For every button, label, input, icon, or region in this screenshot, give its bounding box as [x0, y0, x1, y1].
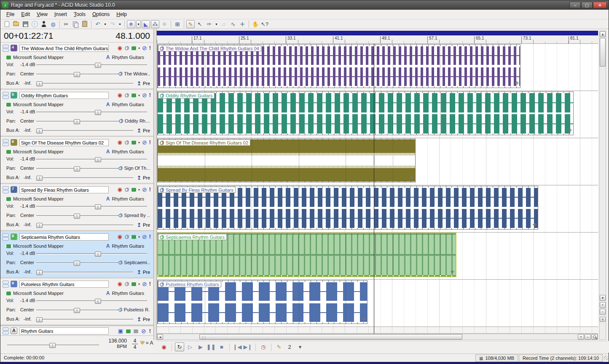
horizontal-scrollbar[interactable]: ◂ + −	[157, 334, 598, 340]
track-minimize-buttons[interactable]	[3, 186, 9, 193]
pan-thumb[interactable]	[74, 308, 80, 313]
panel-splitter[interactable]	[153, 29, 157, 340]
track-minimize-buttons[interactable]	[3, 281, 9, 288]
group-name[interactable]: Rhythm Guitars	[112, 102, 144, 107]
bus-send-slider[interactable]	[36, 83, 133, 84]
event-label-tag[interactable]: Septicaemia Rhythm Guitars	[158, 234, 227, 240]
pan-thumb[interactable]	[74, 119, 80, 124]
vscroll-up-arrow[interactable]: ▴	[600, 31, 606, 37]
track-header[interactable]: 9 Pulseless Rhythm Guitars ◉ ▾ ⊘ ! Micro…	[0, 278, 153, 326]
pan-slider[interactable]	[36, 310, 119, 311]
track-minimize-buttons[interactable]	[3, 45, 9, 52]
track-fx-icon[interactable]	[124, 187, 129, 192]
bus-value[interactable]: -Inf.	[24, 269, 32, 274]
menu-tools[interactable]: Tools	[70, 10, 89, 19]
group-name[interactable]: Rhythm Guitars	[112, 149, 144, 154]
event-label-tag[interactable]: The Widow And The Child Rhythm Guitars 0…	[158, 45, 261, 51]
track-color-icon[interactable]: 6	[11, 139, 17, 146]
track-name-field[interactable]: Spread By Fleas Rhythm Guitars	[19, 186, 109, 193]
vertical-scrollbar[interactable]: ▴ ▾ + − ≡	[599, 31, 606, 340]
track-color-icon[interactable]: 9	[11, 281, 17, 287]
track-fx-icon[interactable]	[124, 93, 129, 98]
pre-fader-icon[interactable]: ↥	[137, 175, 141, 181]
track-name-field[interactable]: Septicaemia Rhythm Guitars	[19, 233, 109, 241]
bus-send-thumb[interactable]	[36, 270, 43, 275]
vol-value[interactable]: -1.4 dB	[20, 62, 35, 67]
bus-send-slider[interactable]	[36, 177, 133, 179]
bus-send-slider[interactable]	[36, 130, 133, 131]
fit-tracks-button[interactable]: ≡	[600, 317, 606, 322]
volume-slider[interactable]	[36, 206, 147, 207]
track-minimize-buttons[interactable]	[3, 233, 9, 241]
marker-dropdown[interactable]: ▾	[295, 343, 305, 351]
group-name[interactable]: Rhythm Guitars	[112, 55, 144, 60]
zoom-in-track-height-button[interactable]: +	[600, 302, 606, 308]
pan-value[interactable]: Center	[20, 166, 34, 171]
metronome-button[interactable]: ◷	[259, 343, 268, 351]
selection-tool-button[interactable]: ↖	[196, 20, 204, 28]
bus-value[interactable]: -Inf.	[24, 222, 32, 227]
paint-tool-dropdown[interactable]: ▾	[214, 20, 219, 28]
track-name-field[interactable]: The Widow And The Child Rhythm Guitars 0…	[19, 45, 109, 52]
bus-send-slider[interactable]	[36, 225, 133, 226]
bus-mute-button[interactable]: ⊘	[141, 328, 146, 335]
bus-value[interactable]: -Inf.	[24, 128, 32, 133]
hscroll-left-arrow[interactable]: ◂	[157, 334, 163, 340]
volume-slider[interactable]	[36, 112, 147, 113]
solo-button[interactable]: !	[149, 139, 151, 146]
event-label-tag[interactable]: Oddity Rhythm Guitars	[158, 92, 215, 99]
menu-help[interactable]: Help	[113, 10, 130, 19]
render-button[interactable]: ◍	[49, 20, 57, 28]
track-device-button[interactable]	[131, 282, 136, 286]
track-device-dropdown[interactable]: ▾	[138, 141, 140, 145]
record-arm-button[interactable]: ◉	[118, 45, 122, 51]
pan-thumb[interactable]	[74, 214, 80, 219]
track-header[interactable]: 7 Spread By Fleas Rhythm Guitars ◉ ▾ ⊘ !…	[0, 184, 153, 231]
pre-fader-icon[interactable]: ↥	[137, 222, 141, 228]
track-color-icon[interactable]: 8	[11, 233, 17, 240]
track-name-field[interactable]: Oddity Rhythm Guitars	[19, 92, 109, 99]
new-file-button[interactable]	[3, 20, 11, 28]
tempo-display[interactable]: 136.000 BPM	[103, 338, 127, 349]
copy-button[interactable]	[71, 20, 80, 28]
undo-button[interactable]: ↶	[94, 20, 102, 28]
mute-button[interactable]: ⊘	[142, 92, 147, 99]
master-volume-thumb[interactable]	[49, 343, 56, 348]
marker-tool-button[interactable]: ✎	[274, 343, 284, 351]
pan-value[interactable]: Center	[20, 71, 34, 76]
solo-button[interactable]: !	[149, 92, 151, 99]
resize-grip[interactable]	[604, 356, 608, 360]
bus-send-thumb[interactable]	[36, 223, 43, 228]
track-lane[interactable]: Pulseless Rhythm Guitars ✥	[157, 280, 598, 327]
paint-clip-button[interactable]: ❖	[160, 20, 169, 28]
timecode-position[interactable]: 00+01:22:71	[4, 31, 53, 41]
group-name[interactable]: Rhythm Guitars	[112, 196, 144, 201]
measures-beats-position[interactable]: 48.1.000	[115, 31, 150, 41]
close-button[interactable]: ✕	[593, 2, 607, 8]
event-label-tag[interactable]: Spread By Fleas Rhythm Guitars	[158, 187, 236, 193]
track-header[interactable]: 6 Sign Of The Disease Rhythm Guitars 02 …	[0, 137, 153, 184]
bus-send-thumb[interactable]	[36, 176, 43, 181]
vol-value[interactable]: -1.4 dB	[20, 109, 35, 114]
volume-slider[interactable]	[36, 253, 147, 254]
track-device-dropdown[interactable]: ▾	[138, 282, 140, 286]
event-move-handle[interactable]: ✥	[568, 128, 572, 133]
record-arm-button[interactable]: ◉	[118, 92, 122, 99]
tuning-display[interactable]: Ψ = A	[140, 340, 153, 346]
go-to-start-button[interactable]: ❙◀	[233, 343, 242, 351]
zoom-out-time-button[interactable]: −	[585, 334, 591, 340]
track-name-field[interactable]: Sign Of The Disease Rhythm Guitars 02	[19, 139, 109, 146]
snapping-button[interactable]: ✵	[127, 20, 135, 28]
record-button[interactable]: ◉	[159, 343, 169, 351]
pause-button[interactable]: ❚❚	[207, 343, 216, 351]
mute-button[interactable]: ⊘	[142, 233, 147, 240]
event-label-tag[interactable]: Pulseless Rhythm Guitars	[158, 281, 221, 287]
event-move-handle[interactable]: ✥	[533, 222, 537, 228]
mute-button[interactable]: ⊘	[142, 139, 147, 146]
master-volume-slider[interactable]	[7, 345, 99, 346]
pan-value[interactable]: Center	[20, 118, 34, 123]
track-device-dropdown[interactable]: ▾	[138, 235, 140, 239]
volume-slider[interactable]	[36, 300, 147, 302]
event-move-handle[interactable]: ✥	[410, 175, 414, 180]
track-lane[interactable]: The Widow And The Child Rhythm Guitars 0…	[157, 44, 598, 91]
